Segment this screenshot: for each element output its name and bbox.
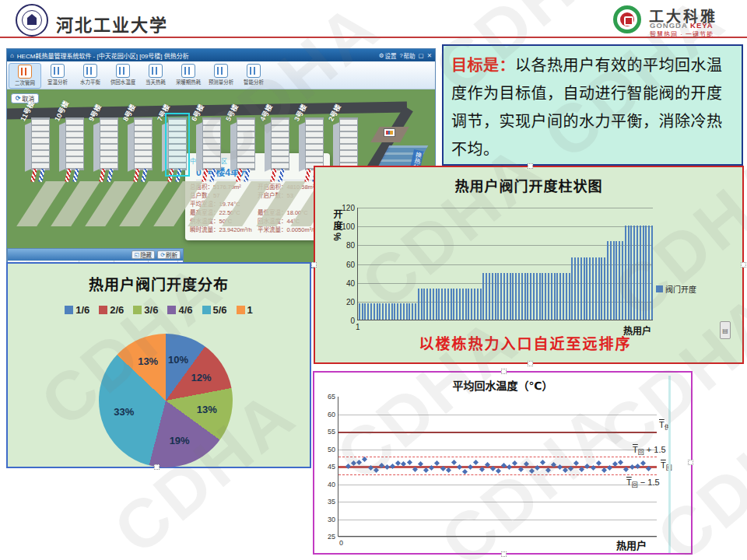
resize-handle[interactable]: [688, 460, 693, 465]
building-9号楼[interactable]: [93, 117, 124, 184]
bar: [512, 273, 514, 320]
pie-chart: [99, 334, 233, 467]
gridline: [338, 450, 657, 450]
toolbar-icon: [181, 64, 195, 78]
pie-slice-label: 33%: [114, 406, 134, 418]
resize-handle[interactable]: [501, 369, 507, 374]
bar: [492, 273, 493, 320]
scatter-point: [368, 465, 374, 471]
toolbar-button-室温分析[interactable]: 室温分析: [41, 63, 74, 89]
t-symbol: T: [661, 460, 666, 470]
return-pipe: [244, 169, 250, 183]
toolbar-icon-glyph: [184, 67, 192, 75]
building-4号楼[interactable]: [265, 117, 296, 184]
return-pipe: [107, 169, 113, 183]
pie-legend-label: 4/6: [178, 304, 192, 316]
bar: [574, 257, 576, 320]
hide-label: 隐藏: [140, 250, 152, 259]
toolbar-button-当天热耗[interactable]: 当天热耗: [139, 63, 172, 89]
pie-legend-swatch: [237, 306, 245, 314]
building-6号楼[interactable]: [196, 117, 227, 184]
toolbar-icon-glyph: [21, 68, 29, 75]
bar: [598, 257, 600, 320]
bar: [548, 273, 549, 320]
toolbar-button-采暖期热耗[interactable]: 采暖期热耗: [172, 63, 205, 89]
bar: [441, 289, 443, 320]
bar: [374, 303, 375, 320]
toolbar-icon-glyph: [86, 67, 94, 75]
gridline: [338, 485, 657, 485]
y-tick-label: 60: [336, 261, 355, 269]
close-button[interactable]: ✕: [427, 52, 432, 59]
scatter-point: [451, 460, 457, 465]
toolbar-button-智能分析[interactable]: 智能分析: [237, 63, 270, 89]
bar: [459, 289, 461, 320]
y-tick-label: 40: [336, 279, 355, 288]
gridline: [338, 537, 657, 537]
y-tick-label: 20: [336, 298, 355, 306]
building-side: [25, 122, 31, 172]
bar: [486, 273, 487, 320]
building-8号楼[interactable]: [128, 117, 159, 184]
resize-handle[interactable]: [741, 262, 746, 268]
bar-chart-plot: 020406080100120: [357, 208, 653, 320]
bar: [468, 289, 469, 320]
building-11号楼[interactable]: [25, 117, 56, 184]
bar: [530, 273, 531, 320]
bar: [584, 257, 585, 320]
building-face: [202, 117, 221, 170]
resize-handle[interactable]: [528, 361, 533, 366]
bar: [619, 241, 620, 320]
reference-line-label: T回 − 1.5: [626, 478, 660, 488]
reference-line-label: T回 + 1.5: [633, 445, 666, 456]
hide-button[interactable]: ◱ 隐藏: [132, 250, 156, 259]
toolbar-button-水力平衡[interactable]: 水力平衡: [74, 63, 107, 89]
toolbar-icon-glyph: [217, 67, 225, 75]
y-tick-label: 40: [320, 481, 335, 488]
scatter-point: [462, 469, 468, 474]
help-button[interactable]: ? 帮助: [399, 51, 415, 60]
y-tick-label: 35: [320, 498, 335, 506]
bar: [462, 289, 464, 320]
bar: [518, 273, 520, 320]
building-10号楼[interactable]: [59, 117, 90, 184]
pie-legend-item: 1: [237, 304, 253, 316]
y-tick-label: 80: [336, 241, 355, 250]
building-side: [333, 122, 339, 172]
bar: [556, 273, 558, 320]
t-symbol: T: [626, 478, 632, 487]
scatter-x-first-tick: 0: [339, 539, 343, 547]
bar: [601, 257, 602, 320]
bar: [382, 303, 384, 320]
toolbar-button-二次管网[interactable]: 二次管网: [9, 63, 41, 89]
resize-handle[interactable]: [311, 262, 317, 268]
bar: [433, 289, 434, 320]
reference-line: [338, 432, 657, 433]
scatter-point: [584, 464, 590, 469]
building-face: [271, 117, 289, 170]
pie-legend-label: 1: [247, 304, 253, 316]
resize-handle[interactable]: [154, 464, 160, 470]
pie-chart-title: 热用户阀门开度分布: [8, 273, 310, 294]
scatter-point: [457, 464, 462, 470]
bar: [471, 289, 472, 320]
bar: [394, 303, 395, 320]
refresh-button[interactable]: ⟳ 刷新: [157, 250, 181, 259]
bar: [542, 273, 543, 320]
toolbar-button-预测量分析[interactable]: 预测量分析: [205, 63, 237, 89]
building-face: [134, 117, 153, 170]
building-5号楼[interactable]: [230, 117, 261, 184]
resize-handle[interactable]: [501, 551, 507, 557]
chart-side-button[interactable]: ▤: [720, 321, 731, 339]
scatter-point: [390, 464, 395, 469]
y-tick-label: 65: [320, 393, 335, 401]
t-subscript: 回: [638, 449, 644, 456]
settings-button[interactable]: ⚙ 设置: [379, 51, 397, 60]
help-label: 帮助: [404, 51, 416, 60]
resize-handle[interactable]: [528, 163, 533, 169]
minimize-button[interactable]: ▢: [419, 52, 424, 59]
scatter-point: [473, 460, 479, 465]
toolbar-button-供回水温度[interactable]: 供回水温度: [107, 63, 139, 89]
scatter-point: [640, 460, 646, 466]
bar: [559, 273, 561, 320]
